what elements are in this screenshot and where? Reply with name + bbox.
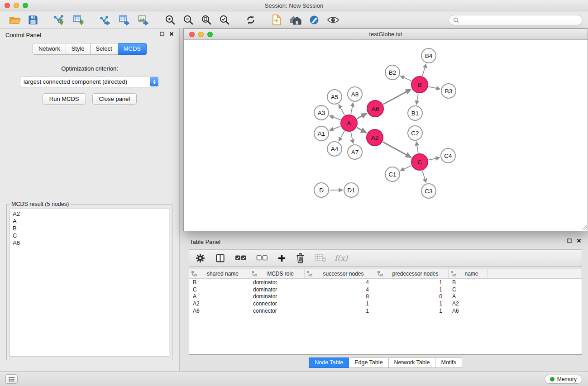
edge-B-B2[interactable] [401, 76, 411, 81]
close-panel-action-button[interactable]: Close panel [92, 93, 137, 105]
deselect-all-button[interactable] [255, 253, 269, 263]
graph-node-A2[interactable]: A2 [367, 129, 383, 146]
table-cell[interactable]: 4 [305, 279, 375, 286]
table-cell[interactable]: 8 [305, 293, 375, 300]
table-cell[interactable]: B [189, 279, 249, 286]
table-cell[interactable]: 4 [305, 286, 375, 293]
tab-select[interactable]: Select [91, 43, 118, 55]
network-zoom-button[interactable] [207, 32, 213, 37]
result-item[interactable]: C [13, 232, 166, 239]
graph-node-B[interactable]: B [411, 76, 428, 93]
tab-network-table[interactable]: Network Table [389, 357, 436, 368]
edge-B-B4[interactable] [422, 64, 426, 76]
network-window-titlebar[interactable]: testGlobe.txt [184, 29, 588, 40]
network-canvas[interactable]: AA6A2BCA5A8A3A1A4A7B1B2B3B4C1C2C3C4DD1 [184, 40, 588, 231]
result-item[interactable]: A [13, 218, 166, 225]
graph-node-D1[interactable]: D1 [344, 183, 359, 197]
import-table-button[interactable] [71, 13, 86, 27]
graph-node-C1[interactable]: C1 [385, 167, 400, 181]
import-network-button[interactable] [52, 13, 67, 27]
zoom-fit-button[interactable] [199, 13, 214, 27]
graph-node-A[interactable]: A [341, 115, 357, 131]
column-header-name[interactable]: name [449, 269, 488, 278]
edge-B-B3[interactable] [429, 86, 440, 89]
mcds-result-list[interactable]: A2ABCA6 [10, 209, 169, 357]
table-cell[interactable]: 1 [375, 308, 449, 314]
graph-node-A7[interactable]: A7 [348, 145, 362, 159]
edge-C-C1[interactable] [401, 166, 411, 171]
graph-node-B2[interactable]: B2 [385, 65, 400, 80]
table-cell[interactable]: A2 [449, 300, 488, 307]
open-session-button[interactable] [7, 14, 23, 26]
table-cell[interactable]: 1 [375, 300, 449, 307]
result-item[interactable]: A6 [13, 239, 166, 247]
table-cell[interactable]: 0 [375, 293, 449, 300]
table-cell[interactable]: 1 [305, 308, 375, 314]
edge-A-A2[interactable] [357, 128, 366, 133]
table-cell[interactable]: C [449, 286, 488, 293]
table-cell[interactable]: A [449, 293, 488, 300]
graph-node-A3[interactable]: A3 [314, 105, 329, 120]
graph-node-C2[interactable]: C2 [408, 126, 422, 140]
column-header-mcds-role[interactable]: MCDS role [249, 269, 305, 278]
table-cell[interactable]: connector [249, 300, 305, 307]
function-builder-button[interactable]: f(x) [335, 253, 348, 262]
table-cell[interactable]: C [189, 286, 249, 293]
table-cell[interactable]: A [189, 293, 249, 300]
tab-node-table[interactable]: Node Table [309, 357, 349, 368]
resize-grip[interactable] [581, 224, 587, 230]
home-button[interactable] [287, 14, 303, 26]
network-minimize-button[interactable] [198, 32, 204, 37]
table-row[interactable]: Adominator80A [189, 293, 582, 300]
search-input[interactable] [461, 17, 578, 23]
graph-node-B3[interactable]: B3 [441, 84, 456, 98]
add-row-button[interactable] [276, 253, 287, 263]
edge-A-A5[interactable] [339, 105, 345, 115]
graph-node-B1[interactable]: B1 [408, 106, 422, 120]
export-network-button[interactable] [98, 13, 113, 27]
edge-A-A4[interactable] [339, 131, 344, 141]
edge-A-A1[interactable] [330, 126, 341, 130]
graph-node-A4[interactable]: A4 [327, 142, 342, 156]
table-cell[interactable]: 1 [375, 286, 449, 293]
search-box[interactable] [449, 15, 583, 25]
edge-A-A8[interactable] [351, 103, 353, 114]
edge-A-A6[interactable] [357, 114, 367, 119]
delete-rows-button[interactable] [294, 252, 306, 264]
task-history-button[interactable] [5, 374, 18, 384]
table-cell[interactable]: B [449, 279, 488, 286]
float-panel-button[interactable] [160, 32, 164, 36]
graph-node-A6[interactable]: A6 [367, 100, 383, 117]
edge-A6-B[interactable] [383, 90, 411, 105]
table-row[interactable]: A6connector11A6 [189, 307, 582, 315]
table-settings-button[interactable] [194, 252, 207, 264]
column-header-predecessor-nodes[interactable]: predecessor nodes [375, 269, 449, 278]
criterion-dropdown[interactable]: largest connected component (directed) [20, 76, 159, 87]
column-header-successor-nodes[interactable]: successor nodes [305, 269, 375, 278]
save-session-button[interactable] [26, 14, 40, 26]
table-cell[interactable]: A6 [189, 308, 249, 314]
table-cell[interactable]: 1 [305, 300, 375, 307]
edge-C-C2[interactable] [416, 142, 418, 153]
table-row[interactable]: Cdominator41C [189, 286, 582, 293]
zoom-out-button[interactable] [181, 13, 196, 27]
edge-C-C4[interactable] [429, 157, 440, 160]
table-cell[interactable]: connector [249, 308, 305, 314]
edge-B-B1[interactable] [416, 94, 418, 104]
network-graph[interactable]: AA6A2BCA5A8A3A1A4A7B1B2B3B4C1C2C3C4DD1 [184, 40, 588, 231]
select-all-button[interactable] [234, 253, 248, 263]
export-document-button[interactable] [270, 13, 283, 27]
table-cell[interactable]: A6 [449, 308, 488, 314]
graph-node-A1[interactable]: A1 [314, 126, 329, 141]
tab-motifs[interactable]: Motifs [435, 357, 462, 368]
column-header-shared-name[interactable]: shared name [189, 269, 249, 278]
close-button[interactable] [5, 3, 10, 8]
show-graphics-details-button[interactable] [325, 14, 341, 26]
zoom-selected-button[interactable] [217, 13, 232, 27]
table-cell[interactable]: 1 [375, 279, 449, 286]
graph-node-A5[interactable]: A5 [327, 90, 342, 104]
edge-A-A7[interactable] [351, 132, 353, 143]
network-close-button[interactable] [189, 32, 195, 37]
table-cell[interactable]: dominator [249, 293, 305, 300]
graph-node-C4[interactable]: C4 [441, 148, 455, 163]
